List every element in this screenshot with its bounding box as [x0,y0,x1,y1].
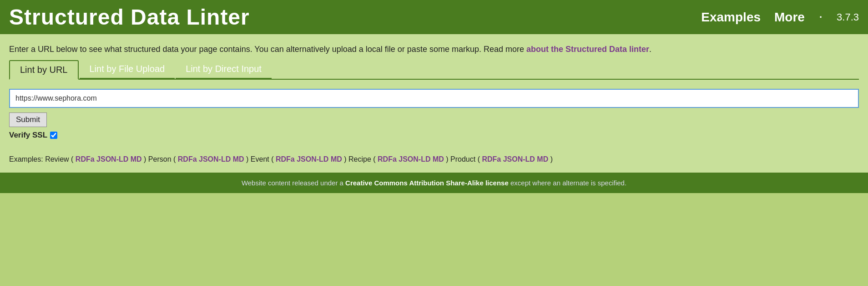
header: Structured Data Linter Examples More · 3… [0,0,868,34]
header-navigation: Examples More · 3.7.3 [701,10,859,25]
recipe-jsonld-link[interactable]: JSON-LD [399,155,430,163]
tab-lint-by-file-upload[interactable]: Lint by File Upload [80,60,175,79]
person-rdfa-link[interactable]: RDFa [178,155,197,163]
footer: Website content released under a Creativ… [0,173,868,193]
verify-ssl-checkbox[interactable] [50,132,57,139]
description-text-before: Enter a URL below to see what structured… [9,45,526,54]
product-md-link[interactable]: MD [537,155,548,163]
event-md-link[interactable]: MD [331,155,342,163]
event-rdfa-link[interactable]: RDFa [276,155,295,163]
nav-separator: · [819,11,822,23]
description-text-after: . [649,45,651,54]
description-text: Enter a URL below to see what structured… [9,43,859,56]
event-jsonld-link[interactable]: JSON-LD [297,155,328,163]
examples-prefix: Examples: Review ( [9,155,76,163]
examples-row: Examples: Review ( RDFa JSON-LD MD ) Per… [9,155,859,168]
footer-text-before: Website content released under a [242,179,345,187]
main-content: Enter a URL below to see what structured… [0,34,868,173]
review-rdfa-link[interactable]: RDFa [76,155,95,163]
examples-link[interactable]: Examples [701,10,761,25]
cc-license-link[interactable]: Creative Commons Attribution Share-Alike… [345,179,509,187]
person-jsonld-link[interactable]: JSON-LD [199,155,231,163]
input-section: Submit Verify SSL [9,89,859,144]
more-link[interactable]: More [774,10,805,25]
url-input[interactable] [9,89,859,108]
product-rdfa-link[interactable]: RDFa [482,155,501,163]
recipe-rdfa-link[interactable]: RDFa [378,155,397,163]
verify-ssl-container: Verify SSL [9,131,859,140]
recipe-md-link[interactable]: MD [433,155,444,163]
tab-bar: Lint by URL Lint by File Upload Lint by … [9,60,859,80]
review-jsonld-link[interactable]: JSON-LD [96,155,128,163]
submit-button[interactable]: Submit [9,112,47,127]
tab-lint-by-direct-input[interactable]: Lint by Direct Input [176,60,272,79]
tab-lint-by-url[interactable]: Lint by URL [9,60,79,80]
verify-ssl-label: Verify SSL [9,131,47,140]
app-title: Structured Data Linter [9,5,250,30]
review-md-link[interactable]: MD [131,155,142,163]
about-link[interactable]: about the Structured Data linter [526,45,649,54]
product-jsonld-link[interactable]: JSON-LD [503,155,535,163]
footer-text-after: except where an alternate is specified. [509,179,626,187]
app-version: 3.7.3 [837,11,859,23]
person-md-link[interactable]: MD [233,155,244,163]
